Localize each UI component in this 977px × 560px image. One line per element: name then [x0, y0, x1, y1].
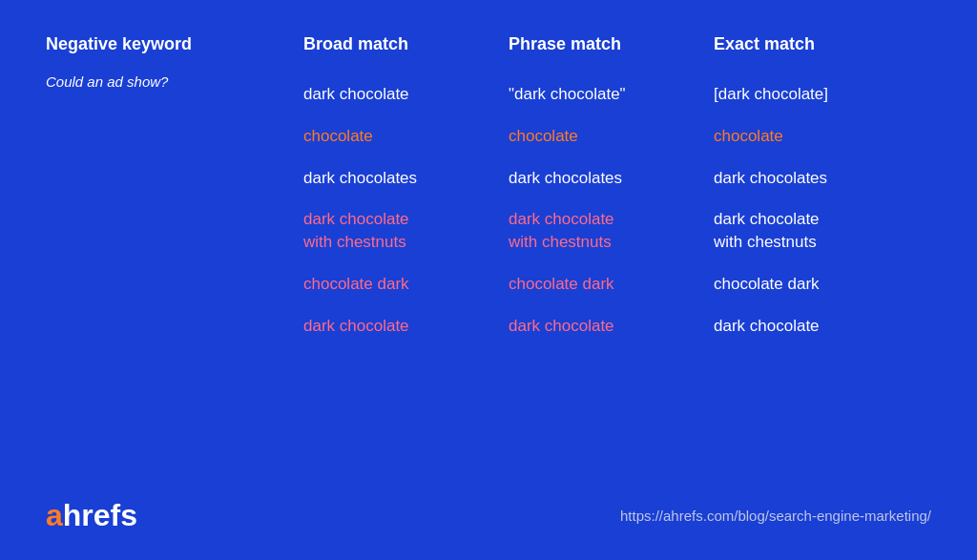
logo-a: a [46, 498, 63, 532]
exact-cell-1: [dark chocolate] [714, 73, 919, 115]
phrase-cell-5: chocolate dark [509, 263, 714, 305]
main-container: Negative keyword Could an ad show? Broad… [0, 0, 977, 560]
exact-cell-2: chocolate [714, 115, 919, 157]
column-broad: Broad match dark chocolate chocolate dar… [303, 34, 509, 483]
logo-rest: hrefs [63, 498, 137, 532]
ahrefs-logo: ahrefs [46, 498, 137, 533]
exact-cell-4: dark chocolatewith chestnuts [714, 198, 919, 263]
column-exact: Exact match [dark chocolate] chocolate d… [714, 34, 919, 483]
broad-cell-5: chocolate dark [303, 263, 509, 305]
exact-cell-3: dark chocolates [714, 157, 919, 199]
col1-header: Negative keyword [46, 34, 303, 73]
broad-cell-4: dark chocolatewith chestnuts [303, 198, 509, 263]
comparison-table: Negative keyword Could an ad show? Broad… [46, 34, 931, 483]
column-negative: Negative keyword Could an ad show? [46, 34, 303, 483]
col2-header: Broad match [303, 34, 509, 73]
phrase-cell-2: chocolate [509, 115, 714, 157]
exact-cell-5: chocolate dark [714, 263, 919, 305]
broad-cell-3: dark chocolates [303, 157, 509, 199]
phrase-cell-3: dark chocolates [509, 157, 714, 199]
footer: ahrefs https://ahrefs.com/blog/search-en… [46, 498, 931, 533]
col4-header: Exact match [714, 34, 919, 73]
footer-url: https://ahrefs.com/blog/search-engine-ma… [620, 508, 931, 524]
phrase-cell-1: "dark chocolate" [509, 73, 714, 115]
broad-cell-6: dark chocolate [303, 305, 509, 347]
phrase-cell-4: dark chocolatewith chestnuts [509, 198, 714, 263]
col1-subheader: Could an ad show? [46, 73, 303, 111]
phrase-cell-6: dark chocolate [509, 305, 714, 347]
broad-cell-1: dark chocolate [303, 73, 509, 115]
broad-cell-2: chocolate [303, 115, 509, 157]
column-phrase: Phrase match "dark chocolate" chocolate … [509, 34, 714, 483]
exact-cell-6: dark chocolate [714, 305, 919, 347]
col3-header: Phrase match [509, 34, 714, 73]
